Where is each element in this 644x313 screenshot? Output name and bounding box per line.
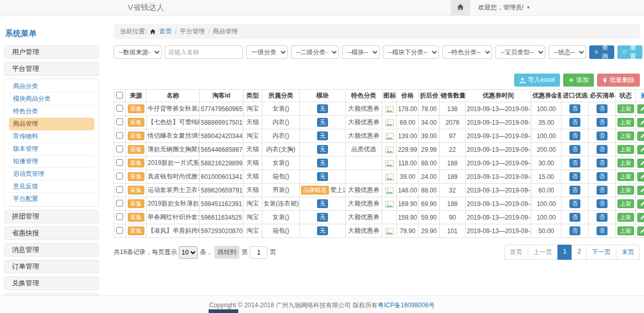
edit-button[interactable] <box>637 131 644 141</box>
edit-button[interactable] <box>637 199 644 209</box>
pager-prev[interactable]: 上一页 <box>528 245 558 260</box>
import-select-toggle[interactable]: 否 <box>569 226 580 235</box>
status-badge[interactable]: 上架 <box>617 159 634 167</box>
status-badge[interactable]: 上架 <box>617 226 634 235</box>
must-buy-toggle[interactable]: 否 <box>597 226 607 235</box>
status-badge[interactable]: 上架 <box>617 104 634 113</box>
must-buy-toggle[interactable]: 否 <box>597 118 607 127</box>
filter-select[interactable]: 一级分类 <box>246 45 288 59</box>
sidebar-item[interactable]: 宣传物料 <box>9 130 94 143</box>
edit-button[interactable] <box>637 104 644 114</box>
column-header: 名称 <box>147 90 200 102</box>
import-select-toggle[interactable]: 否 <box>569 186 580 195</box>
sidebar-item[interactable]: 模块商品分类 <box>9 93 94 105</box>
pager-page[interactable]: 2 <box>572 245 587 260</box>
filter-select[interactable]: --数据来源-- <box>114 45 162 59</box>
icon-cell <box>382 156 397 170</box>
import-excel-button[interactable]: 导入excel <box>514 74 560 87</box>
row-checkbox[interactable] <box>116 118 123 125</box>
row-checkbox[interactable] <box>116 186 123 193</box>
import-select-toggle[interactable]: 否 <box>569 199 580 208</box>
sidebar-group[interactable]: 用户管理 <box>4 45 99 59</box>
add-button[interactable]: 添加 <box>563 74 594 87</box>
sidebar-group[interactable]: 消息管理 <box>4 243 99 257</box>
name-filter-input[interactable] <box>165 45 243 59</box>
sidebar-item[interactable]: 版本管理 <box>9 143 94 155</box>
icp-link[interactable]: 粤ICP备16098006号 <box>378 302 434 309</box>
sidebar-item[interactable]: 启动页管理 <box>9 168 94 180</box>
must-buy-toggle[interactable]: 否 <box>597 145 607 154</box>
breadcrumb-home-link[interactable]: 首页 <box>159 27 172 36</box>
page-number-input[interactable] <box>250 246 268 259</box>
pager-next[interactable]: 下一页 <box>586 245 616 260</box>
row-checkbox[interactable] <box>116 146 123 152</box>
status-badge[interactable]: 上架 <box>617 199 634 208</box>
status-badge[interactable]: 上架 <box>617 172 634 181</box>
import-select-toggle[interactable]: 否 <box>569 159 580 167</box>
sidebar-item[interactable]: 轮播管理 <box>9 155 94 168</box>
status-badge[interactable]: 上架 <box>617 131 634 140</box>
must-buy-toggle[interactable]: 否 <box>597 186 607 195</box>
sidebar-item[interactable]: 商品分类 <box>9 80 94 93</box>
pager-page[interactable]: 1 <box>557 245 573 260</box>
pager-last[interactable]: 末页 <box>616 245 640 260</box>
sales-cell: 2076 <box>440 116 466 129</box>
import-select-toggle[interactable]: 否 <box>569 213 580 222</box>
topbar-right: 欢迎您，管理员! ▼ <box>451 0 644 15</box>
must-buy-toggle[interactable]: 否 <box>597 131 607 140</box>
sidebar-item[interactable]: 平台配置 <box>9 193 94 205</box>
sidebar-group[interactable]: 兑换管理 <box>4 276 99 290</box>
import-select-toggle[interactable]: 否 <box>569 131 580 140</box>
batch-delete-button[interactable]: 批量删除 <box>597 74 640 87</box>
edit-button[interactable] <box>637 145 644 154</box>
sidebar-item[interactable]: 特色分类 <box>9 105 94 118</box>
status-badge[interactable]: 上架 <box>617 186 634 195</box>
row-checkbox[interactable] <box>116 132 123 139</box>
status-badge[interactable]: 上架 <box>617 118 634 127</box>
module-badge: 无 <box>317 199 328 208</box>
filter-select[interactable]: --宝贝类型-- <box>495 45 545 59</box>
edit-button[interactable] <box>637 172 644 182</box>
import-select-toggle[interactable]: 否 <box>569 104 580 113</box>
edit-button[interactable] <box>637 186 644 195</box>
row-checkbox[interactable] <box>116 200 123 207</box>
sidebar-item[interactable]: 商品管理 <box>9 118 94 130</box>
edit-button[interactable] <box>637 226 644 236</box>
must-buy-toggle[interactable]: 否 <box>597 213 607 222</box>
must-buy-toggle[interactable]: 否 <box>597 104 607 113</box>
filter-select[interactable]: --二级分类-- <box>291 45 339 59</box>
search-button[interactable]: 查询 <box>589 45 614 59</box>
filter-select[interactable]: --状态-- <box>549 45 586 59</box>
filter-select[interactable]: --模块-- <box>342 45 380 59</box>
status-badge[interactable]: 上架 <box>617 145 634 154</box>
import-select-toggle[interactable]: 否 <box>569 145 580 154</box>
must-buy-toggle[interactable]: 否 <box>597 172 607 181</box>
select-all-checkbox[interactable] <box>116 92 123 99</box>
jump-button[interactable]: 跳转到 <box>214 246 239 259</box>
pager-first[interactable]: 首页 <box>504 245 528 260</box>
edit-button[interactable] <box>637 159 644 168</box>
user-menu[interactable]: 欢迎您，管理员! ▼ <box>478 3 530 12</box>
sidebar-group[interactable]: 拼团管理 <box>4 210 99 223</box>
filter-select[interactable]: --特色分类-- <box>442 45 492 59</box>
row-checkbox[interactable] <box>116 159 123 166</box>
import-select-toggle[interactable]: 否 <box>569 172 580 181</box>
reset-button[interactable]: 重置 <box>617 45 642 59</box>
sidebar-group[interactable]: 平台管理 <box>4 62 99 76</box>
per-page-select[interactable]: 10 <box>179 246 198 259</box>
row-checkbox[interactable] <box>116 173 123 179</box>
sidebar-item[interactable]: 意见反馈 <box>9 180 94 193</box>
edit-button[interactable] <box>637 213 644 222</box>
must-buy-toggle[interactable]: 否 <box>597 159 607 167</box>
import-select-toggle[interactable]: 否 <box>569 118 580 127</box>
home-button[interactable] <box>451 0 470 15</box>
status-badge[interactable]: 上架 <box>617 213 634 222</box>
row-checkbox[interactable] <box>116 105 123 112</box>
edit-button[interactable] <box>637 118 644 127</box>
must-buy-toggle[interactable]: 否 <box>597 199 607 208</box>
row-checkbox[interactable] <box>116 213 123 220</box>
sidebar-group[interactable]: 订单管理 <box>4 260 99 273</box>
sidebar-group[interactable]: 省惠快报 <box>4 226 99 240</box>
row-checkbox[interactable] <box>116 227 123 234</box>
filter-select[interactable]: --模块下分类-- <box>383 45 439 59</box>
